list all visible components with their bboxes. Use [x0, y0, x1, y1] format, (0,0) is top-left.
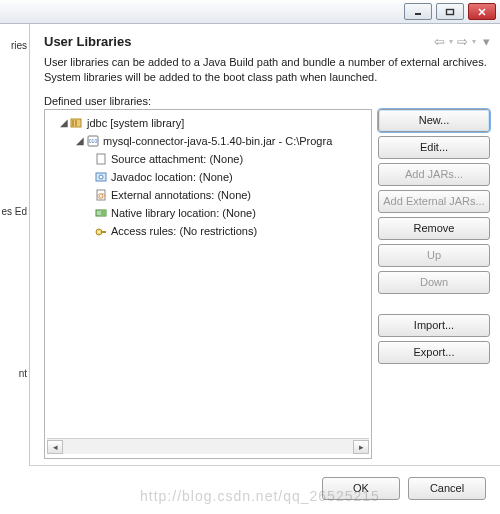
add-external-jars-button[interactable]: Add External JARs...: [378, 190, 490, 213]
ok-button[interactable]: OK: [322, 477, 400, 500]
svg-rect-9: [97, 154, 105, 164]
forward-icon[interactable]: ⇨: [457, 34, 468, 49]
up-button[interactable]: Up: [378, 244, 490, 267]
page-title: User Libraries: [44, 34, 131, 49]
defined-libraries-label: Defined user libraries:: [44, 95, 490, 107]
maximize-button[interactable]: [436, 3, 464, 20]
tree-node-label: External annotations: (None): [111, 189, 251, 201]
annotations-icon: @: [93, 187, 109, 203]
export-button[interactable]: Export...: [378, 341, 490, 364]
horizontal-scrollbar[interactable]: ◂ ▸: [47, 438, 369, 454]
window-titlebar: [0, 0, 500, 24]
svg-rect-5: [72, 120, 74, 126]
access-rules-icon: [93, 223, 109, 239]
tree-node-label: mysql-connector-java-5.1.40-bin.jar - C:…: [103, 135, 332, 147]
down-button[interactable]: Down: [378, 271, 490, 294]
libraries-tree-container: ◢ jdbc [system library] ◢ 010 mysql-conn…: [44, 109, 372, 459]
svg-rect-1: [447, 9, 454, 14]
tree-prop-node[interactable]: Javadoc location: (None): [47, 168, 369, 186]
remove-button[interactable]: Remove: [378, 217, 490, 240]
main-panel: User Libraries ⇦ ▾ ⇨ ▾ ▾ User libraries …: [30, 24, 500, 466]
tree-node-label: jdbc [system library]: [87, 117, 184, 129]
tree-jar-node[interactable]: ◢ 010 mysql-connector-java-5.1.40-bin.ja…: [47, 132, 369, 150]
scroll-right-icon[interactable]: ▸: [353, 440, 369, 454]
svg-rect-15: [101, 210, 106, 216]
header-nav-icons: ⇦ ▾ ⇨ ▾ ▾: [434, 34, 490, 49]
cancel-button[interactable]: Cancel: [408, 477, 486, 500]
edit-button[interactable]: Edit...: [378, 136, 490, 159]
tree-prop-node[interactable]: Source attachment: (None): [47, 150, 369, 168]
native-lib-icon: [93, 205, 109, 221]
tree-prop-node[interactable]: @ External annotations: (None): [47, 186, 369, 204]
svg-text:010: 010: [89, 138, 98, 144]
separator: [30, 465, 500, 466]
library-icon: [69, 115, 85, 131]
side-buttons: New... Edit... Add JARs... Add External …: [378, 109, 490, 459]
svg-point-17: [98, 231, 100, 233]
tree-prop-node[interactable]: Access rules: (No restrictions): [47, 222, 369, 240]
scroll-left-icon[interactable]: ◂: [47, 440, 63, 454]
javadoc-icon: [93, 169, 109, 185]
expand-icon[interactable]: ◢: [75, 135, 85, 146]
tree-library-node[interactable]: ◢ jdbc [system library]: [47, 114, 369, 132]
left-nav-fragment: ries es Ed nt: [0, 24, 30, 466]
back-icon[interactable]: ⇦: [434, 34, 445, 49]
import-button[interactable]: Import...: [378, 314, 490, 337]
libraries-tree[interactable]: ◢ jdbc [system library] ◢ 010 mysql-conn…: [47, 114, 369, 438]
description-text: User libraries can be added to a Java Bu…: [44, 55, 490, 85]
tree-node-label: Native library location: (None): [111, 207, 256, 219]
tree-node-label: Javadoc location: (None): [111, 171, 233, 183]
tree-node-label: Access rules: (No restrictions): [111, 225, 257, 237]
tree-node-label: Source attachment: (None): [111, 153, 243, 165]
close-button[interactable]: [468, 3, 496, 20]
svg-text:@: @: [97, 191, 105, 200]
dialog-footer: OK Cancel: [0, 466, 500, 510]
svg-rect-6: [75, 120, 77, 126]
file-icon: [93, 151, 109, 167]
svg-rect-18: [101, 231, 106, 233]
new-button[interactable]: New...: [378, 109, 490, 132]
jar-icon: 010: [85, 133, 101, 149]
add-jars-button[interactable]: Add JARs...: [378, 163, 490, 186]
svg-point-11: [99, 175, 103, 179]
tree-prop-node[interactable]: Native library location: (None): [47, 204, 369, 222]
expand-icon[interactable]: ◢: [59, 117, 69, 128]
minimize-button[interactable]: [404, 3, 432, 20]
